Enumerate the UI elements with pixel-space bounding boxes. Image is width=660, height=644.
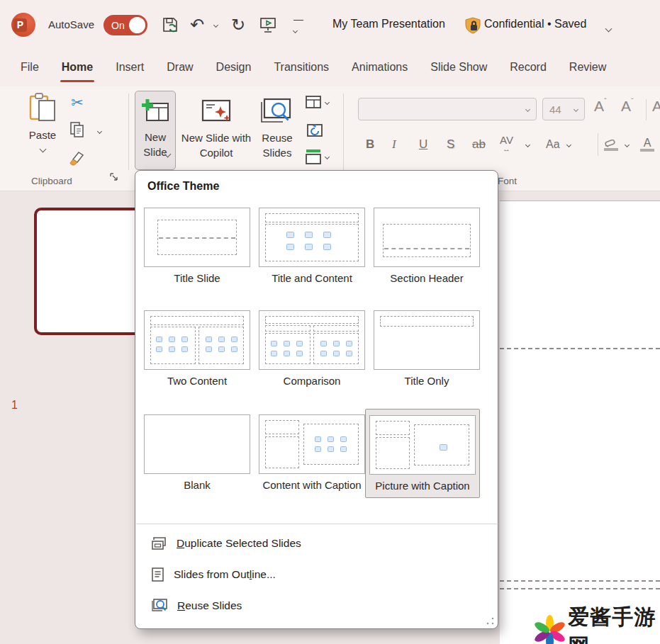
paste-label: Paste — [29, 128, 56, 142]
sensitivity-status[interactable]: Confidential • Saved — [484, 18, 586, 30]
save-icon[interactable] — [159, 13, 181, 37]
duplicate-slides-icon — [151, 536, 167, 551]
layout-section-header[interactable]: Section Header — [369, 205, 484, 288]
tab-home[interactable]: Home — [50, 51, 104, 84]
layout-title-slide[interactable]: Title Slide — [140, 205, 255, 288]
grow-font-button[interactable]: Aˆ — [594, 98, 607, 115]
reuse-slides-icon — [260, 96, 294, 128]
cut-icon[interactable]: ✂ — [68, 94, 86, 112]
slide-canvas[interactable] — [500, 200, 660, 644]
start-slideshow-icon[interactable] — [257, 13, 279, 37]
watermark-text: 爱酱手游网 — [568, 603, 660, 644]
title-bar: P AutoSave On ↶ ↻ — [0, 0, 660, 51]
layout-thumbnail — [144, 414, 250, 474]
outline-document-icon — [151, 567, 164, 582]
layout-thumbnail — [374, 310, 480, 370]
layout-thumbnail — [144, 208, 250, 267]
layout-blank[interactable]: Blank — [140, 412, 255, 495]
layout-picture-with-caption[interactable]: Picture with Caption — [365, 409, 480, 498]
italic-button[interactable]: I — [392, 133, 396, 156]
powerpoint-logo-icon[interactable]: P — [11, 13, 35, 37]
powerpoint-window: P AutoSave On ↶ ↻ — [0, 0, 660, 644]
menu-item-slides-from-outline[interactable]: Slides from Outline... — [136, 559, 497, 590]
menu-resize-grip[interactable] — [486, 617, 494, 625]
shrink-font-button[interactable]: Aˇ — [621, 98, 634, 115]
app-header: P AutoSave On ↶ ↻ — [0, 0, 660, 86]
tab-insert[interactable]: Insert — [104, 51, 155, 84]
undo-dropdown-chevron-icon[interactable] — [210, 13, 221, 37]
clipboard-dialog-launcher-icon[interactable] — [110, 172, 119, 185]
toggle-knob — [129, 17, 145, 33]
character-spacing-chevron-icon[interactable] — [526, 133, 530, 156]
paste-button[interactable]: Paste — [17, 92, 68, 152]
slide-number: 1 — [11, 399, 18, 412]
tab-design[interactable]: Design — [205, 51, 263, 84]
reuse-slides-menu-icon — [151, 598, 168, 614]
text-shadow-button[interactable]: S — [447, 133, 454, 156]
sensitivity-shield-icon — [464, 16, 481, 38]
section-button[interactable] — [305, 149, 329, 164]
layout-chevron-icon — [325, 99, 330, 104]
paste-chevron-icon — [39, 146, 46, 153]
title-placeholder-border — [500, 348, 660, 349]
layout-thumbnail — [259, 414, 365, 474]
section-chevron-icon — [325, 154, 330, 159]
autosave-toggle[interactable]: On — [104, 15, 147, 35]
autosave-state: On — [111, 20, 125, 31]
subtitle-placeholder-border-top — [500, 580, 660, 582]
tab-record[interactable]: Record — [498, 51, 558, 84]
theme-header: Office Theme — [147, 180, 219, 193]
tab-file[interactable]: File — [9, 51, 50, 84]
subtitle-placeholder-border-bottom — [500, 588, 660, 589]
highlight-chevron-icon[interactable] — [625, 133, 629, 156]
new-slide-copilot-label: New Slide with Copilot — [180, 130, 252, 160]
customize-quick-access-icon[interactable] — [293, 20, 303, 35]
reset-slide-button[interactable] — [305, 122, 323, 139]
font-size-combobox[interactable]: 44 — [542, 98, 585, 120]
reuse-slides-button[interactable]: Reuse Slides — [254, 91, 301, 170]
font-name-combobox[interactable] — [358, 98, 537, 120]
new-slide-icon — [140, 97, 170, 125]
new-slide-with-copilot-button[interactable]: New Slide with Copilot — [180, 91, 252, 170]
highlight-color-button[interactable] — [604, 133, 618, 156]
change-case-button[interactable]: Aa — [546, 133, 560, 156]
layout-title-and-content[interactable]: Title and Content — [255, 205, 369, 288]
watermark: 爱酱手游网 — [530, 603, 660, 644]
clipboard-group-label: Clipboard — [31, 176, 72, 186]
tab-review[interactable]: Review — [558, 51, 617, 84]
title-dropdown-chevron-icon[interactable] — [606, 21, 611, 34]
copy-icon[interactable] — [68, 120, 86, 139]
change-case-chevron-icon[interactable] — [567, 133, 571, 156]
tab-transitions[interactable]: Transitions — [262, 51, 340, 84]
layout-two-content[interactable]: Two Content — [140, 307, 255, 391]
tab-slideshow[interactable]: Slide Show — [419, 51, 498, 84]
bold-button[interactable]: B — [366, 133, 374, 156]
layout-button[interactable] — [305, 95, 329, 109]
layout-content-with-caption[interactable]: Content with Caption — [255, 412, 369, 495]
ribbon-tabs: File Home Insert Draw Design Transitions… — [0, 51, 617, 86]
undo-icon[interactable]: ↶ — [186, 13, 208, 37]
layout-thumbnail — [369, 415, 476, 475]
layout-title-only[interactable]: Title Only — [369, 307, 484, 391]
autosave-label: AutoSave — [48, 18, 94, 30]
underline-button[interactable]: U — [419, 133, 427, 156]
font-group-label: Font — [498, 176, 517, 186]
document-title[interactable]: My Team Presentation — [332, 18, 445, 30]
font-name-chevron-icon — [525, 106, 530, 111]
clear-formatting-button[interactable]: A — [652, 98, 660, 115]
character-spacing-button[interactable]: AV↔ — [500, 133, 513, 156]
font-color-button[interactable]: A — [640, 133, 654, 156]
strikethrough-button[interactable]: ab — [472, 133, 486, 156]
tab-animations[interactable]: Animations — [340, 51, 419, 84]
menu-item-reuse-slides[interactable]: Reuse Slides — [136, 590, 497, 621]
layout-comparison[interactable]: Comparison — [255, 307, 369, 391]
font-size-chevron-icon — [574, 106, 578, 111]
tab-draw[interactable]: Draw — [155, 51, 204, 84]
layout-thumbnail — [259, 208, 365, 267]
menu-item-duplicate-selected-slides[interactable]: Duplicate Selected Slides — [136, 528, 497, 559]
new-slide-button[interactable]: New Slide — [135, 91, 176, 170]
layout-thumbnail — [259, 310, 365, 370]
copy-chevron-icon[interactable] — [94, 122, 105, 140]
format-painter-icon[interactable] — [68, 149, 86, 167]
redo-icon[interactable]: ↻ — [227, 13, 250, 37]
